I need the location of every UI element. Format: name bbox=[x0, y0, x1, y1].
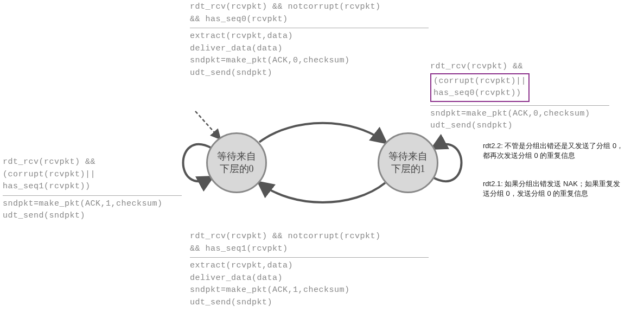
left-cond-2: (corrupt(rcvpkt)|| bbox=[3, 169, 182, 181]
transition-bottom: rdt_rcv(rcvpkt) && notcorrupt(rcvpkt) &&… bbox=[190, 231, 429, 309]
divider bbox=[3, 195, 182, 196]
divider bbox=[190, 257, 429, 258]
state-wait-0: 等待来自下层的0 bbox=[206, 132, 267, 193]
bottom-act-2: deliver_data(data) bbox=[190, 272, 429, 285]
svg-line-0 bbox=[195, 111, 220, 138]
right-act-1: sndpkt=make_pkt(ACK,0,checksum) bbox=[430, 108, 609, 120]
top-act-3: sndpkt=make_pkt(ACK,0,checksum) bbox=[190, 55, 429, 67]
left-cond-1: rdt_rcv(rcvpkt) && bbox=[3, 156, 182, 169]
left-act-2: udt_send(sndpkt) bbox=[3, 210, 182, 222]
bottom-cond-1: rdt_rcv(rcvpkt) && notcorrupt(rcvpkt) bbox=[190, 231, 429, 243]
top-cond-1: rdt_rcv(rcvpkt) && notcorrupt(rcvpkt) bbox=[190, 1, 429, 14]
left-act-1: sndpkt=make_pkt(ACK,1,checksum) bbox=[3, 198, 182, 211]
right-cond-2: (corrupt(rcvpkt)|| bbox=[433, 75, 526, 88]
top-cond-2: && has_seq0(rcvpkt) bbox=[190, 14, 429, 26]
bottom-act-4: udt_send(sndpkt) bbox=[190, 297, 429, 309]
right-cond-1: rdt_rcv(rcvpkt) && bbox=[430, 61, 609, 73]
right-act-2: udt_send(sndpkt) bbox=[430, 120, 609, 132]
top-act-4: udt_send(sndpkt) bbox=[190, 67, 429, 80]
left-cond-3: has_seq1(rcvpkt)) bbox=[3, 181, 182, 193]
divider bbox=[190, 28, 429, 28]
top-act-1: extract(rcvpkt,data) bbox=[190, 30, 429, 43]
note-rdt22: rdt2.2: 不管是分组出错还是又发送了分组 0，都再次发送分组 0 的重复信… bbox=[483, 141, 624, 161]
highlighted-condition: (corrupt(rcvpkt)|| has_seq0(rcvpkt)) bbox=[430, 73, 530, 102]
bottom-cond-2: && has_seq1(rcvpkt) bbox=[190, 243, 429, 256]
state-1-label: 等待来自下层的1 bbox=[388, 150, 428, 176]
state-wait-1: 等待来自下层的1 bbox=[378, 132, 438, 193]
state-0-label: 等待来自下层的0 bbox=[217, 150, 256, 176]
divider bbox=[430, 105, 609, 106]
right-cond-3: has_seq0(rcvpkt)) bbox=[433, 87, 526, 100]
transition-right-selfloop: rdt_rcv(rcvpkt) && (corrupt(rcvpkt)|| ha… bbox=[430, 61, 609, 132]
transition-left-selfloop: rdt_rcv(rcvpkt) && (corrupt(rcvpkt)|| ha… bbox=[3, 156, 182, 222]
bottom-act-1: extract(rcvpkt,data) bbox=[190, 260, 429, 272]
transition-top: rdt_rcv(rcvpkt) && notcorrupt(rcvpkt) &&… bbox=[190, 1, 429, 79]
bottom-act-3: sndpkt=make_pkt(ACK,1,checksum) bbox=[190, 284, 429, 297]
top-act-2: deliver_data(data) bbox=[190, 43, 429, 55]
note-rdt21: rdt2.1: 如果分组出错发送 NAK；如果重复发送分组 0，发送分组 0 的… bbox=[483, 179, 624, 199]
